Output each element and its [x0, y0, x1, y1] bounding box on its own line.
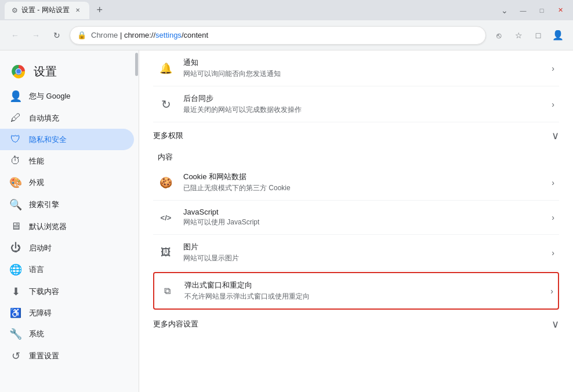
close-button[interactable]: ✕	[552, 2, 568, 19]
sidebar-item-startup[interactable]: ⏻ 启动时	[0, 237, 134, 259]
cookies-text: Cookie 和网站数据 已阻止无痕模式下的第三方 Cookie	[183, 172, 542, 193]
popups-item[interactable]: ⧉ 弹出式窗口和重定向 不允许网站显示弹出式窗口或使用重定向 ›	[153, 272, 559, 310]
more-content-settings-section-header[interactable]: 更多内容设置 ∨	[153, 311, 559, 335]
addressbar-actions: ⎋ ☆ □ 👤	[491, 27, 566, 43]
sidebar-header: 设置	[0, 55, 139, 85]
address-separator: |	[120, 31, 124, 39]
sidebar-item-google[interactable]: 👤 您与 Google	[0, 85, 134, 107]
wrench-icon: 🔧	[9, 328, 22, 340]
address-url: chrome://settings/content	[124, 31, 208, 39]
more-content-settings-chevron-icon: ∨	[552, 318, 559, 331]
sidebar-item-performance[interactable]: ⏱ 性能	[0, 150, 134, 172]
shield-icon: 🛡	[9, 133, 22, 146]
addressbar: ← → ↻ 🔒 Chrome | chrome://settings/conte…	[0, 20, 573, 50]
cookies-icon: 🍪	[158, 175, 174, 191]
autofill-icon: 🖊	[9, 112, 22, 124]
content-section-title: 内容	[158, 153, 173, 161]
minimize-button[interactable]: —	[515, 2, 531, 19]
new-tab-button[interactable]: +	[92, 2, 108, 19]
address-bar-input[interactable]: 🔒 Chrome | chrome://settings/content	[70, 26, 486, 45]
background-sync-item[interactable]: ↻ 后台同步 最近关闭的网站可以完成数据收发操作 ›	[153, 86, 559, 122]
sidebar-item-label-system: 系统	[29, 329, 44, 339]
notification-title: 通知	[183, 57, 542, 68]
reset-icon: ↺	[9, 350, 22, 362]
sidebar-item-reset[interactable]: ↺ 重置设置	[0, 345, 134, 367]
background-sync-text: 后台同步 最近关闭的网站可以完成数据收发操作	[183, 93, 542, 115]
account-icon[interactable]: 👤	[550, 27, 566, 43]
bookmark-icon[interactable]: ☆	[510, 27, 527, 43]
sidebar-item-autofill[interactable]: 🖊 自动填充	[0, 107, 134, 129]
share-icon[interactable]: ⎋	[491, 27, 507, 43]
sidebar-item-language[interactable]: 🌐 语言	[0, 259, 134, 281]
person-icon: 👤	[9, 90, 22, 103]
more-permissions-title: 更多权限	[153, 130, 183, 141]
images-title: 图片	[183, 242, 542, 252]
browser-icon: 🖥	[9, 220, 22, 233]
images-desc: 网站可以显示图片	[183, 253, 542, 263]
palette-icon: 🎨	[9, 176, 22, 189]
more-permissions-section-header[interactable]: 更多权限 ∨	[153, 122, 559, 147]
javascript-text: JavaScript 网站可以使用 JavaScript	[183, 208, 542, 227]
sidebar-item-label-google: 您与 Google	[29, 91, 71, 101]
sidebar-item-label-search: 搜索引擎	[29, 199, 59, 210]
images-item[interactable]: 🖼 图片 网站可以显示图片 ›	[153, 235, 559, 271]
window-controls: ⌄ — □ ✕	[496, 2, 568, 19]
sidebar-item-label-accessibility: 无障碍	[29, 308, 52, 318]
cookies-item[interactable]: 🍪 Cookie 和网站数据 已阻止无痕模式下的第三方 Cookie ›	[153, 165, 559, 201]
javascript-icon: </>	[158, 209, 174, 226]
active-tab[interactable]: ⚙ 设置 - 网站设置 ✕	[5, 2, 89, 19]
forward-button[interactable]: →	[28, 27, 44, 43]
sidebar-item-system[interactable]: 🔧 系统	[0, 323, 134, 345]
content-area: 🔔 通知 网站可以询问能否向您发送通知 › ↻ 后台同步 最近关闭的网站可以完成…	[139, 50, 573, 392]
chevron-down-icon[interactable]: ⌄	[496, 2, 513, 19]
sidebar-item-label-startup: 启动时	[29, 243, 52, 253]
javascript-arrow-icon: ›	[552, 213, 554, 222]
cookies-arrow-icon: ›	[552, 178, 554, 187]
sidebar-item-label-browser: 默认浏览器	[29, 222, 67, 232]
reload-button[interactable]: ↻	[49, 27, 65, 43]
titlebar: ⚙ 设置 - 网站设置 ✕ + ⌄ — □ ✕	[0, 0, 573, 20]
javascript-title: JavaScript	[183, 208, 542, 216]
sidebar-item-label-privacy: 隐私和安全	[29, 135, 67, 145]
background-sync-arrow-icon: ›	[552, 100, 554, 109]
images-text: 图片 网站可以显示图片	[183, 242, 542, 263]
download-icon: ⬇	[9, 285, 22, 298]
notification-arrow-icon: ›	[552, 64, 554, 73]
background-sync-desc: 最近关闭的网站可以完成数据收发操作	[183, 105, 542, 115]
popups-text: 弹出式窗口和重定向 不允许网站显示弹出式窗口或使用重定向	[184, 280, 541, 302]
notification-icon: 🔔	[158, 60, 174, 77]
sync-icon: ↻	[158, 96, 174, 112]
back-button[interactable]: ←	[7, 27, 23, 43]
cookies-title: Cookie 和网站数据	[183, 172, 542, 182]
search-icon: 🔍	[9, 198, 22, 211]
sidebar-item-downloads[interactable]: ⬇ 下载内容	[0, 281, 134, 303]
sidebar-item-label-performance: 性能	[29, 156, 44, 166]
tab-view-icon[interactable]: □	[530, 27, 546, 43]
address-text: Chrome | chrome://settings/content	[91, 31, 208, 39]
sidebar-item-default-browser[interactable]: 🖥 默认浏览器	[0, 216, 134, 237]
settings-title: 设置	[34, 64, 57, 79]
sidebar-item-accessibility[interactable]: ♿ 无障碍	[0, 303, 134, 323]
notification-text: 通知 网站可以询问能否向您发送通知	[183, 57, 542, 79]
tab-icon: ⚙	[12, 6, 18, 14]
sidebar-item-label-autofill: 自动填充	[29, 113, 59, 124]
sidebar-item-privacy[interactable]: 🛡 隐私和安全	[0, 129, 134, 150]
content-section-label: 内容	[153, 147, 559, 165]
more-permissions-chevron-icon: ∨	[552, 129, 559, 142]
maximize-button[interactable]: □	[534, 2, 550, 19]
javascript-item[interactable]: </> JavaScript 网站可以使用 JavaScript ›	[153, 201, 559, 235]
images-arrow-icon: ›	[552, 248, 554, 257]
cookies-desc: 已阻止无痕模式下的第三方 Cookie	[183, 183, 542, 193]
tab-close-button[interactable]: ✕	[73, 6, 82, 15]
chrome-logo-icon	[9, 62, 28, 81]
svg-point-2	[16, 69, 21, 74]
sidebar-item-search[interactable]: 🔍 搜索引擎	[0, 194, 134, 216]
popups-desc: 不允许网站显示弹出式窗口或使用重定向	[184, 292, 541, 302]
popups-arrow-icon: ›	[550, 286, 553, 296]
background-sync-title: 后台同步	[183, 93, 542, 104]
sidebar-item-label-appearance: 外观	[29, 177, 44, 188]
sidebar-item-appearance[interactable]: 🎨 外观	[0, 172, 134, 194]
notification-item[interactable]: 🔔 通知 网站可以询问能否向您发送通知 ›	[153, 50, 559, 86]
tab-bar: ⚙ 设置 - 网站设置 ✕ +	[5, 2, 108, 19]
globe-icon: 🌐	[9, 263, 22, 276]
